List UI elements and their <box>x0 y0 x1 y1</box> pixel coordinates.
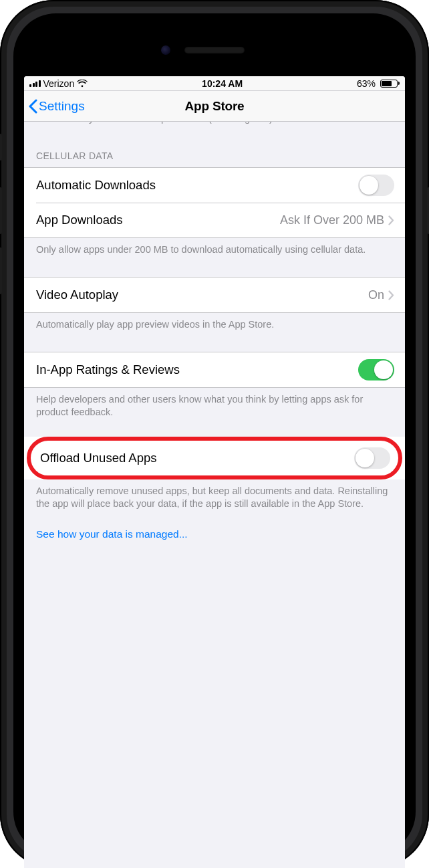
toggle-automatic-downloads[interactable] <box>358 175 394 196</box>
back-button[interactable]: Settings <box>28 91 85 121</box>
row-detail: Ask If Over 200 MB <box>280 213 384 227</box>
row-offload-unused-apps[interactable]: Offload Unused Apps <box>31 441 398 475</box>
row-in-app-ratings[interactable]: In-App Ratings & Reviews <box>24 352 405 387</box>
battery-percent: 63% <box>357 78 376 89</box>
row-automatic-downloads[interactable]: Automatic Downloads <box>24 168 405 203</box>
back-label: Settings <box>39 99 85 114</box>
carrier-label: Verizon <box>43 78 75 89</box>
front-camera <box>161 45 170 55</box>
row-label: App Downloads <box>36 213 280 227</box>
row-video-autoplay[interactable]: Video Autoplay On <box>24 278 405 312</box>
cellular-signal-icon <box>29 80 41 87</box>
battery-icon <box>378 80 400 88</box>
row-detail: On <box>368 288 384 302</box>
link-data-managed[interactable]: See how your data is managed... <box>24 516 405 546</box>
section-footer-offload: Automatically remove unused apps, but ke… <box>24 477 405 516</box>
annotation-highlight: Offload Unused Apps <box>27 437 402 479</box>
row-label: Video Autoplay <box>36 288 368 302</box>
row-label: Automatic Downloads <box>36 178 358 193</box>
row-label: In-App Ratings & Reviews <box>36 362 358 377</box>
row-label: Offload Unused Apps <box>40 451 354 465</box>
toggle-offload-unused-apps[interactable] <box>354 447 390 469</box>
toggle-in-app-ratings[interactable] <box>358 359 394 381</box>
section-header-cellular: Cellular Data <box>24 131 405 168</box>
section-footer-cellular: Only allow apps under 200 MB to download… <box>24 238 405 262</box>
wifi-icon <box>77 80 88 88</box>
status-time: 10:24 AM <box>202 78 243 89</box>
chevron-left-icon <box>28 99 37 114</box>
nav-title: App Store <box>185 99 245 114</box>
section-footer-video: Automatically play app preview videos in… <box>24 313 405 337</box>
chevron-right-icon <box>388 290 394 300</box>
row-app-downloads[interactable]: App Downloads Ask If Over 200 MB <box>24 203 405 237</box>
section-footer-text: Automatically download new purchases (in… <box>24 122 405 131</box>
settings-scroll-view[interactable]: Automatically download new purchases (in… <box>24 122 405 868</box>
status-bar: Verizon 10:24 AM 63% <box>24 76 405 91</box>
chevron-right-icon <box>388 215 394 225</box>
section-footer-ratings: Help developers and other users know wha… <box>24 388 405 425</box>
navigation-bar: Settings App Store <box>24 91 405 122</box>
speaker-grille <box>184 47 245 53</box>
